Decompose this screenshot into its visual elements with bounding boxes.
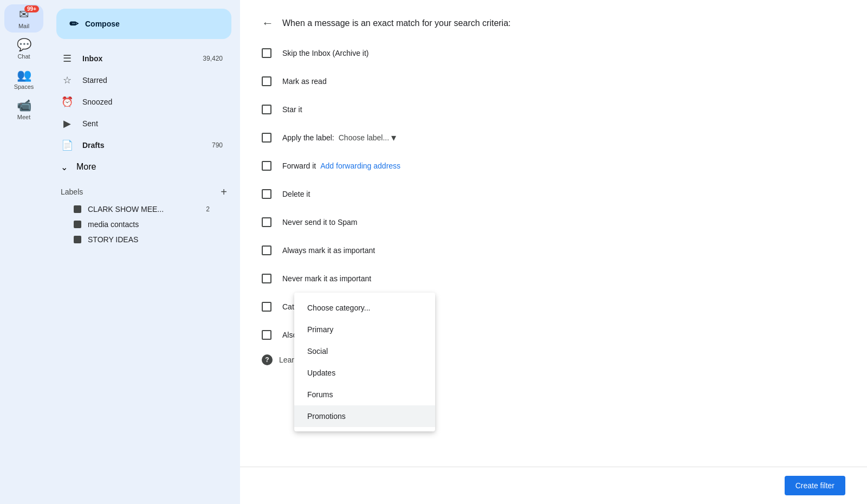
label-dot-story-ideas xyxy=(74,236,81,243)
drafts-label: Drafts xyxy=(82,141,203,150)
star-it-checkbox[interactable] xyxy=(262,105,271,114)
label-dropdown-arrow-icon: ▾ xyxy=(391,132,396,144)
back-button[interactable]: ← xyxy=(262,17,274,29)
sidebar-item-sent[interactable]: ▶ Sent xyxy=(48,113,231,134)
always-important-checkbox[interactable] xyxy=(262,245,271,255)
apply-label-checkbox[interactable] xyxy=(262,133,271,143)
mark-read-checkbox[interactable] xyxy=(262,76,271,86)
label-dot-media-contacts xyxy=(74,221,81,228)
filter-option-star-it: Star it xyxy=(262,101,845,118)
compose-button[interactable]: ✏ Compose xyxy=(56,9,231,39)
filter-option-delete-it: Delete it xyxy=(262,185,845,203)
inbox-count: 39,420 xyxy=(203,55,223,62)
sent-label: Sent xyxy=(82,119,223,128)
label-dot-clark-show xyxy=(74,205,81,213)
always-important-label: Always mark it as important xyxy=(282,246,375,255)
filter-option-apply-label: Apply the label: Choose label... ▾ xyxy=(262,129,845,146)
skip-inbox-checkbox[interactable] xyxy=(262,48,271,58)
category-option-forums[interactable]: Forums xyxy=(294,384,435,405)
delete-it-label: Delete it xyxy=(282,190,310,198)
filter-option-categorize: Categorize as: Choose category... Primar… xyxy=(262,298,845,315)
filter-option-always-important: Always mark it as important xyxy=(262,242,845,259)
chevron-down-icon: ⌄ xyxy=(61,162,68,172)
inbox-label: Inbox xyxy=(82,54,194,63)
snoozed-label: Snoozed xyxy=(82,98,223,106)
left-navigation: ✉ Mail 99+ 💬 Chat 👥 Spaces 📹 Meet xyxy=(0,0,48,504)
filter-option-skip-inbox: Skip the Inbox (Archive it) xyxy=(262,44,845,62)
sidebar-item-snoozed[interactable]: ⏰ Snoozed xyxy=(48,91,231,113)
spaces-icon: 👥 xyxy=(17,68,31,82)
labels-section: Labels + CLARK SHOW MEE... 2 media conta… xyxy=(48,178,240,251)
category-option-promotions[interactable]: Promotions xyxy=(294,405,435,427)
category-option-social[interactable]: Social xyxy=(294,340,435,362)
nav-meet[interactable]: 📹 Meet xyxy=(4,95,43,124)
labels-header: Labels + xyxy=(61,186,227,197)
add-forwarding-address-link[interactable]: Add forwarding address xyxy=(320,161,400,170)
sidebar-item-drafts[interactable]: 📄 Drafts 790 xyxy=(48,134,231,156)
forward-it-checkbox[interactable] xyxy=(262,161,271,171)
more-row[interactable]: ⌄ More xyxy=(48,156,231,178)
bottom-bar: Create filter xyxy=(240,467,867,504)
chat-icon: 💬 xyxy=(17,38,31,52)
meet-icon: 📹 xyxy=(17,99,31,113)
nav-chat[interactable]: 💬 Chat xyxy=(4,35,43,63)
star-it-label: Star it xyxy=(282,105,302,114)
nav-meet-label: Meet xyxy=(17,114,30,120)
delete-it-checkbox[interactable] xyxy=(262,189,271,199)
sent-icon: ▶ xyxy=(61,118,74,130)
drafts-count: 790 xyxy=(212,141,223,149)
labels-title: Labels xyxy=(61,188,83,196)
also-apply-checkbox[interactable] xyxy=(262,330,271,340)
label-name-clark-show: CLARK SHOW MEE... xyxy=(88,205,199,214)
filter-description: When a message is an exact match for you… xyxy=(282,18,511,28)
starred-label: Starred xyxy=(82,76,223,85)
categorize-checkbox[interactable] xyxy=(262,302,271,312)
inbox-icon: ☰ xyxy=(61,53,74,64)
category-option-updates[interactable]: Updates xyxy=(294,362,435,384)
mark-read-label: Mark as read xyxy=(282,77,327,86)
never-spam-label: Never send it to Spam xyxy=(282,218,358,227)
label-item-clark-show[interactable]: CLARK SHOW MEE... 2 xyxy=(61,202,218,217)
drafts-icon: 📄 xyxy=(61,139,74,151)
category-dropdown-menu: Choose category... Primary Social Update… xyxy=(294,293,435,431)
sidebar-item-inbox[interactable]: ☰ Inbox 39,420 xyxy=(48,48,231,69)
sidebar-item-starred[interactable]: ☆ Starred xyxy=(48,69,231,91)
create-filter-button[interactable]: Create filter xyxy=(785,476,845,495)
label-count-clark-show: 2 xyxy=(206,205,210,213)
choose-label-dropdown[interactable]: Choose label... ▾ xyxy=(339,132,396,144)
nav-mail[interactable]: ✉ Mail 99+ xyxy=(4,4,43,33)
label-item-story-ideas[interactable]: STORY IDEAS xyxy=(61,232,218,247)
compose-label: Compose xyxy=(85,20,120,28)
main-content: ← When a message is an exact match for y… xyxy=(240,0,867,504)
label-item-media-contacts[interactable]: media contacts xyxy=(61,217,218,232)
never-important-label: Never mark it as important xyxy=(282,274,371,283)
choose-label-text: Choose label... xyxy=(339,133,389,142)
starred-icon: ☆ xyxy=(61,74,74,86)
nav-spaces-label: Spaces xyxy=(14,83,34,90)
never-important-checkbox[interactable] xyxy=(262,274,271,283)
apply-label-label: Apply the label: xyxy=(282,133,334,142)
category-option-primary[interactable]: Primary xyxy=(294,319,435,340)
nav-chat-label: Chat xyxy=(17,53,30,60)
label-name-story-ideas: STORY IDEAS xyxy=(88,235,210,244)
nav-list: ☰ Inbox 39,420 ☆ Starred ⏰ Snoozed ▶ Sen… xyxy=(48,48,240,156)
sidebar: ✏ Compose ☰ Inbox 39,420 ☆ Starred ⏰ Sno… xyxy=(48,0,240,504)
compose-icon: ✏ xyxy=(69,17,79,30)
more-label: More xyxy=(76,162,96,172)
category-option-choose[interactable]: Choose category... xyxy=(294,297,435,319)
nav-mail-label: Mail xyxy=(18,23,29,29)
add-label-button[interactable]: + xyxy=(221,186,227,197)
forward-it-label: Forward it Add forwarding address xyxy=(282,161,400,170)
never-spam-checkbox[interactable] xyxy=(262,217,271,227)
label-name-media-contacts: media contacts xyxy=(88,220,210,229)
filter-option-mark-read: Mark as read xyxy=(262,73,845,90)
filter-option-never-important: Never mark it as important xyxy=(262,270,845,287)
apply-label-text: Apply the label: Choose label... ▾ xyxy=(282,132,396,144)
help-icon: ? xyxy=(262,354,273,365)
nav-spaces[interactable]: 👥 Spaces xyxy=(4,65,43,93)
snoozed-icon: ⏰ xyxy=(61,96,74,108)
filter-option-never-spam: Never send it to Spam xyxy=(262,214,845,231)
mail-badge: 99+ xyxy=(24,5,39,12)
forward-it-text: Forward it xyxy=(282,161,316,170)
back-row: ← When a message is an exact match for y… xyxy=(262,17,845,29)
